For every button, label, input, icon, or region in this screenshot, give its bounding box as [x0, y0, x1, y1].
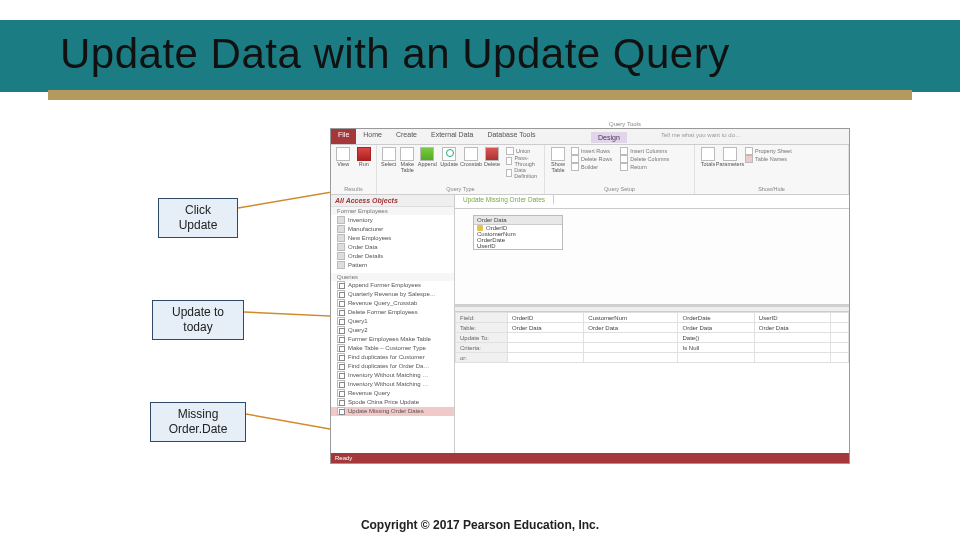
union-button[interactable]: Union — [506, 147, 540, 155]
grid-row-table: Table: — [456, 323, 508, 333]
grid-cell[interactable] — [831, 313, 849, 323]
ribbon-body: View Run Results Select Make Table Appen… — [331, 145, 849, 195]
view-button[interactable]: View — [335, 147, 352, 168]
grid-cell[interactable] — [678, 353, 754, 363]
nav-query-item[interactable]: Find duplicates for Customer — [331, 353, 454, 362]
tab-design[interactable]: Design — [591, 132, 627, 143]
nav-table-item[interactable]: Manufacturer — [331, 224, 454, 233]
grid-cell[interactable] — [831, 333, 849, 343]
nav-query-item[interactable]: Query2 — [331, 326, 454, 335]
nav-query-item[interactable]: Inventory Without Matching … — [331, 371, 454, 380]
tab-database-tools[interactable]: Database Tools — [480, 129, 542, 144]
nav-query-item[interactable]: Revenue Query_Crosstab — [331, 299, 454, 308]
table-icon — [337, 252, 345, 260]
builder-button[interactable]: Builder — [571, 163, 612, 171]
document-tab[interactable]: Update Missing Order Dates — [455, 195, 554, 204]
nav-query-item[interactable]: Query1 — [331, 317, 454, 326]
show-table-button[interactable]: Show Table — [549, 147, 567, 173]
table-pane[interactable]: Order Data OrderID CustomerNum OrderDate… — [455, 209, 849, 307]
tell-me-box[interactable]: Tell me what you want to do… — [661, 132, 741, 138]
grid-cell[interactable]: Order Data — [678, 323, 754, 333]
data-definition-button[interactable]: Data Definition — [506, 167, 540, 179]
return-button[interactable]: Return — [620, 163, 669, 171]
grid-cell[interactable] — [508, 343, 584, 353]
run-button[interactable]: Run — [356, 147, 373, 168]
totals-button[interactable]: Totals — [699, 147, 717, 168]
insert-columns-button[interactable]: Insert Columns — [620, 147, 669, 155]
grid-cell[interactable] — [584, 333, 678, 343]
nav-table-item[interactable]: Order Details — [331, 251, 454, 260]
property-sheet-button[interactable]: Property Sheet — [745, 147, 792, 155]
grid-cell[interactable]: Order Data — [508, 323, 584, 333]
nav-table-item[interactable]: Order Data — [331, 242, 454, 251]
delete-columns-button[interactable]: Delete Columns — [620, 155, 669, 163]
tab-file[interactable]: File — [331, 129, 356, 144]
update-button[interactable]: Update — [440, 147, 458, 168]
grid-cell[interactable]: Date() — [678, 333, 754, 343]
tab-create[interactable]: Create — [389, 129, 424, 144]
tab-home[interactable]: Home — [356, 129, 389, 144]
table-icon — [337, 225, 345, 233]
grid-cell[interactable] — [584, 353, 678, 363]
grid-cell[interactable] — [754, 343, 830, 353]
crosstab-button[interactable]: Crosstab — [462, 147, 480, 168]
insert-rows-button[interactable]: Insert Rows — [571, 147, 612, 155]
table-names-button[interactable]: Table Names — [745, 155, 792, 163]
parameters-button[interactable]: Parameters — [721, 147, 739, 168]
grid-row-criteria: Criteria: — [456, 343, 508, 353]
nav-query-item[interactable]: Inventory Without Matching … — [331, 380, 454, 389]
grid-cell[interactable]: Order Data — [754, 323, 830, 333]
nav-query-item[interactable]: Revenue Query — [331, 389, 454, 398]
passthrough-button[interactable]: Pass-Through — [506, 155, 540, 167]
make-table-button[interactable]: Make Table — [400, 147, 414, 173]
field-userid[interactable]: UserID — [474, 243, 562, 249]
query-icon — [337, 290, 345, 298]
grid-cell[interactable] — [831, 343, 849, 353]
query-icon — [337, 371, 345, 379]
grid-cell[interactable]: CustomerNum — [584, 313, 678, 323]
grid-row-or: or: — [456, 353, 508, 363]
nav-query-item[interactable]: Append Former Employees — [331, 281, 454, 290]
delete-query-button[interactable]: Delete — [484, 147, 500, 168]
grid-cell[interactable] — [831, 353, 849, 363]
grid-cell[interactable]: OrderID — [508, 313, 584, 323]
nav-table-item[interactable]: Inventory — [331, 215, 454, 224]
callout-missing-orderdate: Missing Order.Date — [150, 402, 246, 442]
nav-query-item[interactable]: Find duplicates for Order Da… — [331, 362, 454, 371]
select-query-button[interactable]: Select — [381, 147, 396, 168]
grid-cell[interactable]: Order Data — [584, 323, 678, 333]
grid-cell[interactable] — [754, 333, 830, 343]
table-icon — [337, 234, 345, 242]
nav-query-item[interactable]: Update Missing Order Dates — [331, 407, 454, 416]
nav-query-item[interactable]: Spode China Price Update — [331, 398, 454, 407]
callout-click-update: Click Update — [158, 198, 238, 238]
nav-query-item[interactable]: Former Employees Make Table — [331, 335, 454, 344]
grid-cell[interactable] — [508, 353, 584, 363]
grid-cell[interactable] — [584, 343, 678, 353]
delete-rows-button[interactable]: Delete Rows — [571, 155, 612, 163]
grid-cell[interactable] — [831, 323, 849, 333]
field-list-orderdata[interactable]: Order Data OrderID CustomerNum OrderDate… — [473, 215, 563, 250]
query-icon — [337, 335, 345, 343]
nav-query-item[interactable]: Make Table – Customer Type — [331, 344, 454, 353]
grid-cell[interactable] — [508, 333, 584, 343]
grid-cell[interactable]: Is Null — [678, 343, 754, 353]
nav-query-item[interactable]: Delete Former Employees — [331, 308, 454, 317]
nav-header[interactable]: All Access Objects — [331, 195, 454, 207]
callout-line: Order.Date — [161, 422, 235, 437]
grid-cell[interactable] — [754, 353, 830, 363]
append-button[interactable]: Append — [418, 147, 436, 168]
group-show-hide: Show/Hide — [699, 186, 844, 192]
field-list-title: Order Data — [474, 216, 562, 225]
nav-table-item[interactable]: Pattern — [331, 260, 454, 269]
nav-query-item[interactable]: Quarterly Revenue by Salespe… — [331, 290, 454, 299]
navigation-pane[interactable]: All Access Objects Former Employees Inve… — [331, 195, 455, 453]
nav-queries-header: Queries — [331, 273, 454, 281]
grid-cell[interactable]: UserID — [754, 313, 830, 323]
callout-line: Update — [169, 218, 227, 233]
tab-external-data[interactable]: External Data — [424, 129, 480, 144]
callout-line: Missing — [178, 407, 219, 421]
nav-table-item[interactable]: New Employees — [331, 233, 454, 242]
qbe-grid[interactable]: Field: OrderID CustomerNum OrderDate Use… — [455, 311, 849, 453]
grid-cell[interactable]: OrderDate — [678, 313, 754, 323]
